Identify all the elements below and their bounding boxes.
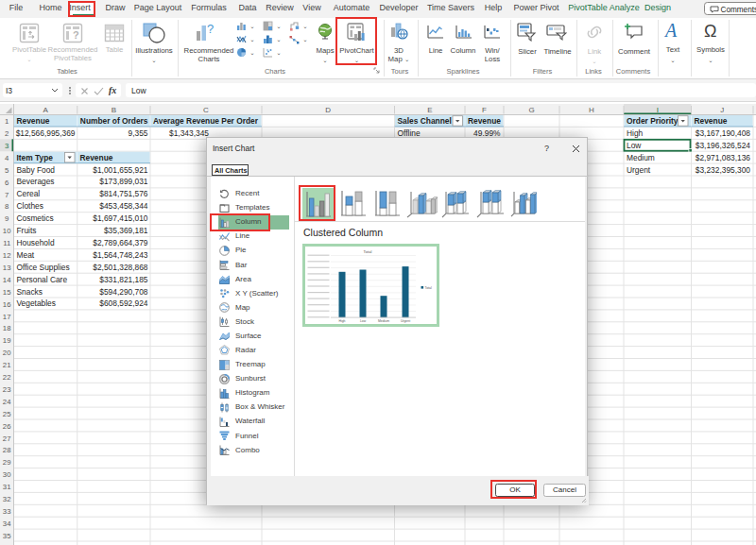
- svg-text:$3,232,395,300: $3,232,395,300: [696, 165, 751, 175]
- svg-text:27: 27: [3, 434, 11, 443]
- svg-text:Low: Low: [627, 141, 642, 150]
- svg-text:18: 18: [3, 324, 11, 332]
- svg-text:13: 13: [3, 264, 11, 272]
- svg-text:$2,971,083,136: $2,971,083,136: [696, 153, 751, 162]
- svg-text:17: 17: [3, 313, 11, 321]
- svg-text:$1,564,748,243: $1,564,748,243: [93, 250, 148, 260]
- svg-text:High: High: [627, 128, 644, 138]
- svg-text:14: 14: [3, 276, 11, 284]
- svg-text:29: 29: [3, 458, 11, 467]
- svg-text:$1,001,655,921: $1,001,655,921: [93, 165, 148, 175]
- svg-text:16: 16: [3, 300, 11, 309]
- svg-text:6: 6: [5, 179, 9, 187]
- svg-text:Cereal: Cereal: [17, 189, 41, 198]
- svg-text:34: 34: [3, 519, 11, 528]
- svg-text:20: 20: [3, 349, 11, 357]
- svg-text:Vegetables: Vegetables: [17, 298, 56, 308]
- svg-text:$3,167,190,408: $3,167,190,408: [696, 128, 751, 138]
- svg-text:Total: Total: [425, 286, 432, 290]
- svg-text:$814,751,576: $814,751,576: [99, 189, 148, 198]
- svg-text:22: 22: [3, 373, 11, 382]
- svg-text:E: E: [427, 106, 432, 114]
- svg-text:5: 5: [5, 166, 9, 175]
- svg-text:J: J: [720, 106, 724, 114]
- svg-text:Household: Household: [17, 238, 55, 247]
- svg-text:?: ?: [207, 22, 214, 36]
- svg-text:35: 35: [3, 532, 11, 540]
- svg-text:26: 26: [3, 422, 11, 431]
- svg-text:Cosmetics: Cosmetics: [17, 213, 54, 223]
- svg-text:25: 25: [3, 410, 11, 418]
- svg-text:30: 30: [3, 470, 11, 479]
- svg-text:$2,789,664,379: $2,789,664,379: [93, 238, 148, 247]
- svg-text:Order Priority: Order Priority: [627, 116, 679, 126]
- svg-text:10: 10: [3, 227, 11, 235]
- svg-text:8: 8: [5, 202, 9, 211]
- svg-text:1: 1: [5, 117, 9, 126]
- svg-text:Meat: Meat: [17, 250, 35, 260]
- svg-text:Total: Total: [364, 249, 372, 254]
- svg-text:Revenue: Revenue: [80, 153, 113, 162]
- svg-text:Ω: Ω: [704, 22, 716, 40]
- svg-text:31: 31: [3, 483, 11, 491]
- svg-text:24: 24: [3, 398, 11, 406]
- svg-text:$12,566,995,369: $12,566,995,369: [16, 128, 76, 138]
- svg-text:$1,697,415,010: $1,697,415,010: [93, 213, 148, 223]
- svg-text:G: G: [528, 106, 534, 114]
- svg-text:?: ?: [73, 29, 79, 41]
- svg-text:3: 3: [5, 142, 9, 150]
- svg-text:Urgent: Urgent: [627, 165, 651, 175]
- svg-text:Low: Low: [360, 319, 367, 323]
- svg-text:$2,501,328,868: $2,501,328,868: [93, 263, 148, 272]
- svg-text:9,355: 9,355: [129, 128, 148, 138]
- svg-text:Medium: Medium: [378, 319, 389, 323]
- svg-text:D: D: [325, 106, 331, 114]
- svg-text:Sales Channel: Sales Channel: [398, 116, 452, 126]
- svg-text:$608,592,924: $608,592,924: [99, 298, 148, 308]
- svg-text:$35,369,181: $35,369,181: [104, 226, 148, 235]
- svg-text:Office Supplies: Office Supplies: [17, 263, 70, 272]
- svg-text:Item Type: Item Type: [17, 153, 54, 162]
- svg-text:11: 11: [3, 239, 10, 247]
- svg-text:21: 21: [3, 361, 11, 369]
- svg-text:33: 33: [3, 507, 11, 516]
- svg-text:B: B: [112, 106, 116, 114]
- svg-text:23: 23: [3, 385, 11, 394]
- svg-text:Revenue: Revenue: [468, 116, 501, 126]
- svg-text:Revenue: Revenue: [695, 116, 728, 126]
- svg-text:Urgent: Urgent: [401, 319, 410, 323]
- svg-text:Medium: Medium: [627, 153, 655, 162]
- svg-text:Clothes: Clothes: [17, 201, 43, 211]
- svg-text:High: High: [339, 319, 346, 323]
- svg-text:Average Revenue Per Order: Average Revenue Per Order: [153, 116, 259, 126]
- svg-text:19: 19: [3, 336, 11, 345]
- svg-text:Personal Care: Personal Care: [17, 275, 68, 284]
- svg-text:$594,290,708: $594,290,708: [99, 287, 148, 297]
- svg-text:4: 4: [5, 154, 9, 162]
- svg-text:9: 9: [5, 214, 9, 223]
- svg-text:12: 12: [3, 251, 11, 260]
- svg-text:Baby Food: Baby Food: [17, 165, 56, 175]
- svg-text:$331,821,185: $331,821,185: [99, 275, 148, 284]
- svg-text:$173,899,031: $173,899,031: [99, 177, 148, 186]
- svg-text:7: 7: [5, 191, 9, 199]
- svg-text:Beverages: Beverages: [17, 177, 55, 186]
- svg-text:$3,196,326,524: $3,196,326,524: [696, 141, 751, 150]
- svg-text:I: I: [657, 106, 659, 114]
- svg-text:$1,343,345: $1,343,345: [169, 128, 209, 138]
- svg-text:Fruits: Fruits: [17, 226, 37, 235]
- svg-text:F: F: [482, 106, 487, 114]
- svg-text:H: H: [589, 106, 594, 114]
- svg-text:$453,458,344: $453,458,344: [99, 201, 148, 211]
- svg-text:28: 28: [3, 446, 11, 454]
- svg-text:Snacks: Snacks: [17, 287, 43, 297]
- svg-text:15: 15: [3, 288, 11, 297]
- svg-text:Revenue: Revenue: [17, 116, 50, 126]
- svg-text:32: 32: [3, 495, 11, 503]
- svg-text:A: A: [663, 21, 678, 40]
- svg-text:Number of Orders: Number of Orders: [80, 116, 148, 126]
- svg-text:2: 2: [5, 129, 9, 138]
- svg-text:C: C: [203, 106, 209, 114]
- svg-text:A: A: [43, 106, 48, 114]
